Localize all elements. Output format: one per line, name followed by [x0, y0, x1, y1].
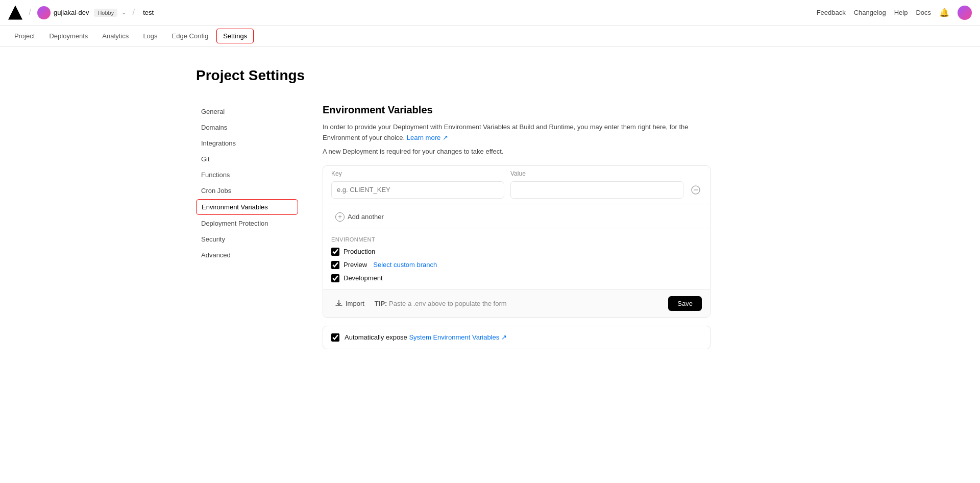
save-button[interactable]: Save: [668, 296, 702, 311]
sidebar-item-security[interactable]: Security: [196, 232, 298, 247]
user-name: gujiakai-dev: [54, 9, 89, 16]
development-label[interactable]: Development: [344, 274, 383, 282]
add-another-label: Add another: [348, 213, 384, 221]
kv-input-row: [323, 177, 710, 205]
page-content: Project Settings General Domains Integra…: [184, 47, 796, 370]
sidebar-item-git[interactable]: Git: [196, 152, 298, 166]
nav-deployments[interactable]: Deployments: [43, 29, 94, 43]
tip-label: TIP:: [375, 300, 387, 307]
sidebar-item-integrations[interactable]: Integrations: [196, 136, 298, 151]
user-avatar-top[interactable]: [958, 6, 972, 20]
value-header: Value: [510, 170, 683, 177]
preview-checkbox[interactable]: [331, 261, 339, 269]
section-title: Environment Variables: [323, 104, 710, 116]
add-another-button[interactable]: + Add another: [331, 210, 388, 224]
sidebar-item-domains[interactable]: Domains: [196, 120, 298, 135]
settings-sidebar: General Domains Integrations Git Functio…: [196, 104, 298, 349]
auto-expose-text: Automatically expose: [345, 333, 409, 341]
user-section[interactable]: gujiakai-dev Hobby ⌄: [37, 6, 126, 19]
description-text: In order to provide your Deployment with…: [323, 123, 689, 141]
nav-edge-config[interactable]: Edge Config: [166, 29, 215, 43]
add-another-row: + Add another: [323, 205, 710, 229]
top-actions: Feedback Changelog Help Docs 🔔: [817, 6, 972, 20]
sidebar-item-cron-jobs[interactable]: Cron Jobs: [196, 183, 298, 198]
nav-analytics[interactable]: Analytics: [96, 29, 135, 43]
notifications-icon[interactable]: 🔔: [939, 8, 949, 17]
auto-expose-checkbox[interactable]: [331, 333, 339, 342]
sidebar-item-functions[interactable]: Functions: [196, 167, 298, 182]
action-header: [690, 170, 702, 177]
separator-slash-2: /: [132, 7, 135, 18]
environment-label: Environment: [331, 236, 702, 243]
help-link[interactable]: Help: [894, 9, 908, 16]
sidebar-item-advanced[interactable]: Advanced: [196, 248, 298, 262]
kv-headers: Key Value: [323, 166, 710, 177]
remove-button[interactable]: [690, 184, 702, 196]
env-footer: Import TIP: Paste a .env above to popula…: [323, 290, 710, 317]
hobby-badge: Hobby: [94, 9, 117, 17]
sys-env-link[interactable]: System Environment Variables ↗: [409, 333, 506, 341]
environment-section: Environment Production Preview Select cu…: [323, 229, 710, 290]
nav-project[interactable]: Project: [8, 29, 41, 43]
preview-row: Preview Select custom branch: [331, 261, 702, 269]
sidebar-item-deployment-protection[interactable]: Deployment Protection: [196, 216, 298, 231]
sidebar-item-env-vars[interactable]: Environment Variables: [196, 199, 298, 215]
import-label: Import: [346, 300, 364, 307]
docs-link[interactable]: Docs: [916, 9, 931, 16]
value-input[interactable]: [510, 181, 683, 199]
changelog-link[interactable]: Changelog: [854, 9, 886, 16]
feedback-link[interactable]: Feedback: [817, 9, 846, 16]
page-title: Project Settings: [196, 67, 784, 84]
sub-navigation: Project Deployments Analytics Logs Edge …: [0, 26, 980, 47]
separator-slash: /: [29, 7, 31, 18]
production-checkbox[interactable]: [331, 248, 339, 256]
development-row: Development: [331, 274, 702, 282]
auto-expose-card: Automatically expose System Environment …: [323, 326, 710, 349]
nav-logs[interactable]: Logs: [137, 29, 163, 43]
chevron-down-icon[interactable]: ⌄: [121, 9, 126, 16]
key-input[interactable]: [331, 181, 504, 199]
import-button[interactable]: Import: [331, 298, 369, 309]
topbar: / gujiakai-dev Hobby ⌄ / test Feedback C…: [0, 0, 980, 26]
auto-expose-label[interactable]: Automatically expose System Environment …: [345, 333, 507, 341]
production-row: Production: [331, 248, 702, 256]
development-checkbox[interactable]: [331, 274, 339, 282]
section-description: In order to provide your Deployment with…: [323, 122, 710, 143]
learn-more-link[interactable]: Learn more ↗: [407, 134, 448, 141]
preview-label[interactable]: Preview: [344, 261, 367, 269]
plus-circle-icon: +: [335, 212, 345, 222]
vercel-logo[interactable]: [8, 6, 22, 20]
deploy-note: A new Deployment is required for your ch…: [323, 148, 710, 155]
tip-text: TIP: Paste a .env above to populate the …: [375, 300, 663, 307]
sidebar-item-general[interactable]: General: [196, 104, 298, 119]
settings-main: Environment Variables In order to provid…: [323, 104, 710, 349]
nav-settings[interactable]: Settings: [216, 29, 254, 43]
settings-layout: General Domains Integrations Git Functio…: [196, 104, 784, 349]
production-label[interactable]: Production: [344, 248, 375, 255]
tip-content: Paste a .env above to populate the form: [389, 300, 507, 307]
env-var-card: Key Value: [323, 165, 710, 318]
user-avatar: [37, 6, 51, 19]
project-name[interactable]: test: [143, 9, 154, 16]
key-header: Key: [331, 170, 504, 177]
custom-branch-link[interactable]: Select custom branch: [373, 261, 437, 269]
